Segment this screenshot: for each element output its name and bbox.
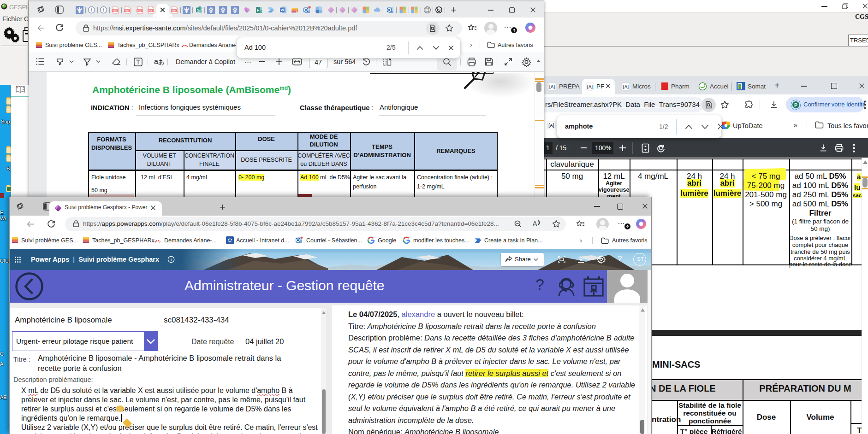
svg-text:PDF: PDF <box>125 10 129 12</box>
svg-text:P: P <box>794 102 797 108</box>
svg-text:PDF: PDF <box>172 10 176 12</box>
svg-text:[A]: [A] <box>587 84 593 89</box>
svg-text:F: F <box>256 8 259 12</box>
svg-text:[A]: [A] <box>548 123 554 128</box>
svg-text:[A]: [A] <box>623 84 629 89</box>
svg-text:PDF: PDF <box>137 10 142 12</box>
svg-text:W: W <box>280 8 284 12</box>
svg-text:PDF: PDF <box>148 10 153 12</box>
svg-text:i: i <box>91 7 92 12</box>
svg-text:[A]: [A] <box>549 84 555 89</box>
svg-text:i: i <box>103 7 104 12</box>
svg-text:PDF: PDF <box>113 10 117 12</box>
